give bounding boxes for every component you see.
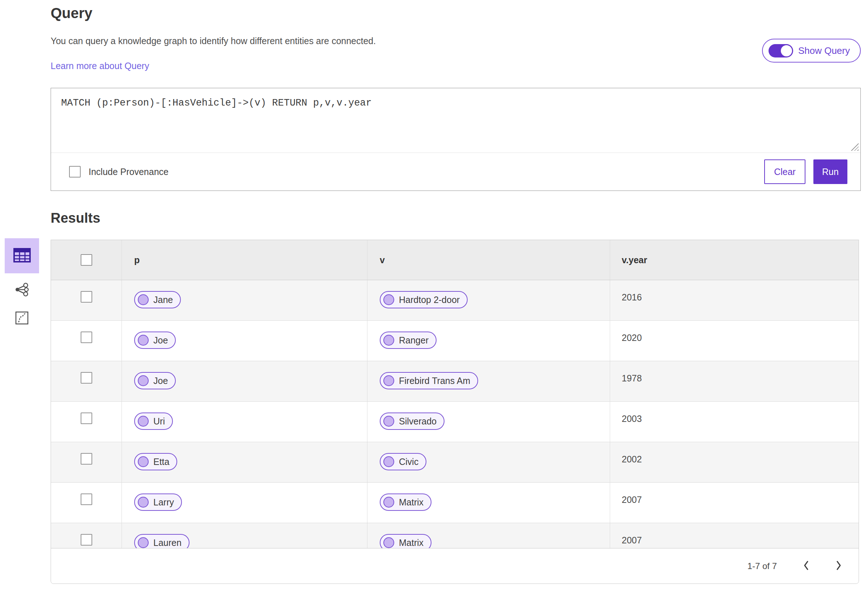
column-header-vyear[interactable]: v.year: [610, 240, 859, 280]
node-icon: [138, 294, 149, 305]
vehicle-node-pill[interactable]: Silverado: [380, 413, 444, 430]
results-view-switcher: [5, 238, 39, 330]
intro-row: You can query a knowledge graph to ident…: [51, 36, 861, 71]
next-page-button[interactable]: [836, 560, 842, 572]
row-checkbox[interactable]: [81, 494, 92, 505]
year-value: 2002: [622, 454, 642, 464]
person-node-pill[interactable]: Lauren: [134, 534, 189, 548]
query-page: Query You can query a knowledge graph to…: [0, 0, 868, 584]
results-section: p v v.year Jane Hardtop 2-door 2016 Joe …: [51, 240, 861, 584]
row-checkbox[interactable]: [81, 413, 92, 424]
node-icon: [383, 497, 394, 508]
results-title: Results: [51, 211, 861, 226]
learn-more-link[interactable]: Learn more about Query: [51, 61, 149, 71]
intro-text: You can query a knowledge graph to ident…: [51, 36, 376, 71]
person-node-pill[interactable]: Jane: [134, 291, 181, 308]
results-table: p v v.year Jane Hardtop 2-door 2016 Joe …: [51, 240, 859, 584]
select-all-checkbox[interactable]: [81, 254, 92, 266]
table-row: Etta Civic 2002: [51, 442, 859, 483]
network-view-icon: [15, 282, 29, 298]
table-row: Jane Hardtop 2-door 2016: [51, 280, 859, 321]
year-value: 1978: [622, 373, 642, 383]
previous-page-button[interactable]: [803, 560, 809, 572]
person-node-pill[interactable]: Uri: [134, 413, 173, 430]
table-viewport: p v v.year Jane Hardtop 2-door 2016 Joe …: [51, 240, 859, 548]
table-row: Joe Firebird Trans Am 1978: [51, 361, 859, 402]
node-icon: [383, 456, 394, 467]
chevron-right-icon: [836, 560, 842, 572]
year-value: 2007: [622, 495, 642, 505]
vehicle-node-pill[interactable]: Civic: [380, 453, 427, 470]
map-view-button[interactable]: [5, 307, 39, 330]
column-header-p[interactable]: p: [122, 240, 368, 280]
row-checkbox[interactable]: [81, 534, 92, 545]
pagination-range-label: 1-7 of 7: [748, 561, 777, 571]
toggle-knob: [781, 45, 792, 56]
node-icon: [138, 537, 149, 548]
person-node-pill[interactable]: Joe: [134, 372, 176, 389]
year-value: 2020: [622, 333, 642, 343]
table-header-row: p v v.year: [51, 240, 859, 280]
vehicle-node-pill[interactable]: Matrix: [380, 534, 431, 548]
person-node-pill[interactable]: Joe: [134, 332, 176, 349]
node-icon: [138, 335, 149, 346]
page-description: You can query a knowledge graph to ident…: [51, 36, 376, 46]
page-title: Query: [51, 5, 861, 21]
query-editor: MATCH (p:Person)-[:HasVehicle]->(v) RETU…: [51, 88, 861, 153]
vehicle-node-pill[interactable]: Hardtop 2-door: [380, 291, 468, 308]
node-icon: [383, 335, 394, 346]
table-row: Lauren Matrix 2007: [51, 523, 859, 548]
show-query-toggle[interactable]: Show Query: [762, 39, 861, 63]
run-button[interactable]: Run: [813, 159, 847, 184]
table-row: Joe Ranger 2020: [51, 321, 859, 361]
person-node-pill[interactable]: Larry: [134, 494, 182, 511]
node-icon: [383, 294, 394, 305]
query-toolbar: Include Provenance Clear Run: [51, 153, 861, 190]
query-action-buttons: Clear Run: [764, 159, 847, 184]
map-view-icon: [15, 311, 29, 326]
node-icon: [383, 416, 394, 427]
year-value: 2016: [622, 292, 642, 302]
row-checkbox[interactable]: [81, 372, 92, 383]
node-icon: [383, 537, 394, 548]
row-checkbox[interactable]: [81, 453, 92, 464]
clear-button[interactable]: Clear: [764, 159, 805, 184]
node-icon: [138, 416, 149, 427]
query-panel: MATCH (p:Person)-[:HasVehicle]->(v) RETU…: [51, 88, 861, 191]
node-icon: [383, 375, 394, 386]
checkbox-icon[interactable]: [69, 166, 81, 177]
year-value: 2003: [622, 414, 642, 424]
network-view-button[interactable]: [5, 279, 39, 302]
table-row: Larry Matrix 2007: [51, 483, 859, 523]
query-input[interactable]: MATCH (p:Person)-[:HasVehicle]->(v) RETU…: [51, 88, 861, 153]
row-checkbox[interactable]: [81, 332, 92, 343]
year-value: 2007: [622, 535, 642, 545]
node-icon: [138, 497, 149, 508]
table-row: Uri Silverado 2003: [51, 402, 859, 442]
node-icon: [138, 456, 149, 467]
pagination-bar: 1-7 of 7: [51, 548, 859, 584]
vehicle-node-pill[interactable]: Ranger: [380, 332, 437, 349]
toggle-on-icon[interactable]: [769, 44, 793, 57]
table-view-button[interactable]: [5, 238, 39, 273]
vehicle-node-pill[interactable]: Matrix: [380, 494, 431, 511]
show-query-label: Show Query: [798, 45, 850, 56]
node-icon: [138, 375, 149, 386]
person-node-pill[interactable]: Etta: [134, 453, 177, 470]
row-checkbox[interactable]: [81, 291, 92, 303]
vehicle-node-pill[interactable]: Firebird Trans Am: [380, 372, 478, 389]
column-header-v[interactable]: v: [368, 240, 610, 280]
chevron-left-icon: [803, 560, 809, 572]
table-view-icon: [13, 248, 31, 264]
include-provenance-label: Include Provenance: [89, 167, 168, 177]
include-provenance-option[interactable]: Include Provenance: [69, 166, 168, 177]
